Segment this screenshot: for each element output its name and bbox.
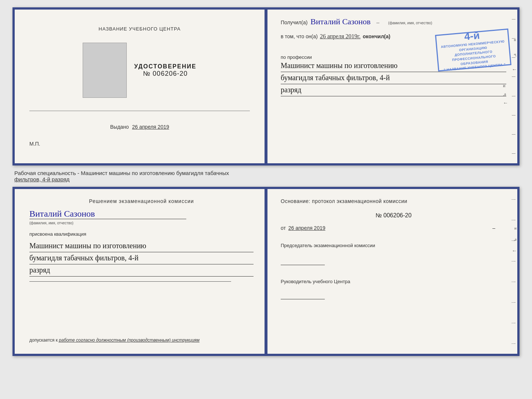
udost-number: № 006206-20 xyxy=(134,70,196,78)
vydano-label: Выдано xyxy=(110,124,129,130)
ot-date: 26 апреля 2019 xyxy=(288,225,326,231)
vydano-date: 26 апреля 2019 xyxy=(132,124,169,130)
qual-line3: разряд xyxy=(29,264,254,277)
bottom-right-panel: и ,а ← Основание: протокол экзаменационн… xyxy=(266,189,517,354)
ot-row: от 26 апреля 2019 – xyxy=(281,225,506,231)
vtom-date: 26 апреля 2019г. xyxy=(320,33,361,40)
prisvoena-label: присвоена квалификация xyxy=(29,231,86,237)
bottom-number: № 006206-20 xyxy=(281,212,506,219)
rukovoditel-sig-line xyxy=(281,293,325,299)
recipient-name-top: Виталий Сазонов xyxy=(310,17,370,26)
qual-line1: Машинист машины по изготовлению xyxy=(29,240,254,252)
right-margin-dashes xyxy=(510,189,515,354)
top-certificate: НАЗВАНИЕ УЧЕБНОГО ЦЕНТРА УДОСТОВЕРЕНИЕ №… xyxy=(12,7,520,165)
dopuskaetsya-row: допускается к работе согласно должностны… xyxy=(29,338,254,346)
bottom-name-caption: (фамилия, имя, отчество) xyxy=(29,221,73,225)
document-container: НАЗВАНИЕ УЧЕБНОГО ЦЕНТРА УДОСТОВЕРЕНИЕ №… xyxy=(12,7,520,356)
specialty-prefix: Рабочая специальность - Машинист машины … xyxy=(14,170,229,176)
resheniem-text: Решением экзаменационной комиссии xyxy=(29,198,254,204)
stamp-large-number: 4-й xyxy=(464,30,480,43)
bottom-certificate: Решением экзаменационной комиссии Витали… xyxy=(12,187,520,356)
vtom-prefix: в том, что он(а) xyxy=(281,33,318,39)
bottom-recipient-name: Виталий Сазонов xyxy=(29,209,95,218)
a-label-top: ,а xyxy=(512,54,517,57)
name-caption-top: (фамилия, имя, отчество) xyxy=(388,21,432,25)
ot-label: от xyxy=(281,225,286,231)
photo-placeholder xyxy=(83,43,127,98)
stamp-overlay: 4-й АВТОНОМНУЮ НЕКОММЕРЧЕСКУЮ ОРГАНИЗАЦИ… xyxy=(435,28,511,71)
qual-lines: Машинист машины по изготовлению бумагидл… xyxy=(29,240,254,277)
predsedatel-sig-line xyxy=(281,259,325,265)
predsedatel-sig xyxy=(281,259,506,265)
a-label-right: ,а xyxy=(503,92,508,97)
profession-line3: разряд xyxy=(281,84,506,96)
dopuskaetsya-label: допускается к xyxy=(29,338,58,343)
arrow-label-top: ← xyxy=(512,67,517,72)
udostoverenie-block: УДОСТОВЕРЕНИЕ № 006206-20 xyxy=(134,63,196,78)
i-label-right: и xyxy=(503,83,508,89)
osnovanie-text: Основание: протокол экзаменационной коми… xyxy=(281,198,506,204)
specialty-label: Рабочая специальность - Машинист машины … xyxy=(12,170,520,182)
dopuskaetsya-value: работе согласно должностным (производств… xyxy=(59,338,200,343)
predsedatel-block: Председатель экзаменационной комиссии xyxy=(281,243,506,265)
i-label-top: и xyxy=(512,39,517,41)
udost-title: УДОСТОВЕРЕНИЕ xyxy=(134,63,196,70)
top-left-title: НАЗВАНИЕ УЧЕБНОГО ЦЕНТРА xyxy=(98,26,180,32)
predsedatel-title: Председатель экзаменационной комиссии xyxy=(281,243,506,248)
rukovoditel-block: Руководитель учебного Центра xyxy=(281,279,506,301)
arrow-label-right: ← xyxy=(503,100,508,106)
okonchil-label: окончил(а) xyxy=(363,33,390,39)
top-right-panel: и ,а ← Получил(а) Виталий Сазонов – (фам… xyxy=(266,10,517,163)
specialty-underlined: фильтров, 4-й разряд xyxy=(14,176,69,182)
prisvoena-row: присвоена квалификация xyxy=(29,231,254,237)
qual-line2: бумагидля табачных фильтров, 4-й xyxy=(29,252,254,264)
rukovoditel-sig xyxy=(281,293,506,301)
bottom-left-panel: Решением экзаменационной комиссии Витали… xyxy=(15,189,266,354)
rukovoditel-title: Руководитель учебного Центра xyxy=(281,279,506,284)
vydano-line: Выдано 26 апреля 2019 xyxy=(110,124,169,130)
profession-line2: бумагидля табачных фильтров, 4-й xyxy=(281,72,506,84)
side-dashes-top: и ,а ← xyxy=(510,10,517,163)
bottom-name-row: Виталий Сазонов (фамилия, имя, отчество) xyxy=(29,209,254,226)
poluchil-prefix: Получил(а) xyxy=(281,19,308,25)
right-labels: и ,а ← xyxy=(503,83,508,106)
top-left-panel: НАЗВАНИЕ УЧЕБНОГО ЦЕНТРА УДОСТОВЕРЕНИЕ №… xyxy=(15,10,266,163)
poluchil-row: Получил(а) Виталий Сазонов – (фамилия, и… xyxy=(281,17,506,26)
mp-label: М.П. xyxy=(29,141,40,147)
